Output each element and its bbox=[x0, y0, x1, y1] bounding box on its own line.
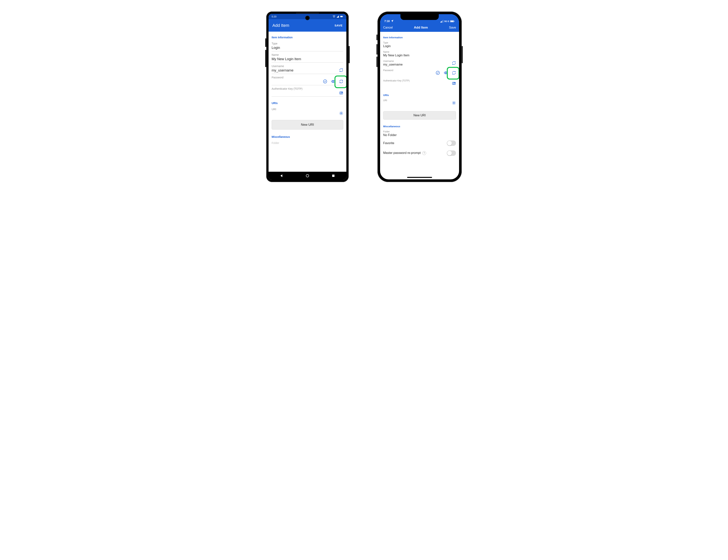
name-value: My New Login Item bbox=[272, 56, 343, 61]
ios-home-indicator[interactable] bbox=[407, 177, 432, 178]
name-label: Name bbox=[383, 51, 456, 53]
section-header-uris: URIs bbox=[383, 92, 456, 98]
folder-value: No Folder bbox=[383, 133, 456, 137]
folder-field[interactable]: Folder No Folder bbox=[383, 129, 456, 138]
network-label: 5G E bbox=[444, 20, 449, 22]
android-front-camera bbox=[305, 16, 310, 20]
ios-nav-bar: Cancel Add Item Save bbox=[380, 23, 459, 32]
ios-form: Item Information Type Login Name My New … bbox=[380, 32, 459, 179]
name-value: My New Login Item bbox=[383, 53, 456, 57]
battery-icon bbox=[340, 15, 343, 18]
svg-rect-17 bbox=[454, 21, 454, 22]
uri-field[interactable]: URI bbox=[272, 108, 343, 117]
signal-icon bbox=[336, 15, 339, 18]
totp-label: Authenticator Key (TOTP) bbox=[383, 79, 456, 82]
new-uri-button[interactable]: New URI bbox=[383, 111, 456, 120]
name-field[interactable]: Name My New Login Item bbox=[383, 49, 456, 58]
uri-label: URI bbox=[383, 99, 456, 102]
android-nav-bar bbox=[269, 172, 346, 180]
android-device-frame: 5:20 Add Item SAVE Item Information Type… bbox=[266, 11, 349, 182]
totp-value bbox=[383, 82, 456, 86]
section-header-item-info: Item Information bbox=[383, 34, 456, 40]
signal-bars-icon bbox=[440, 20, 444, 23]
android-volume-up-button bbox=[265, 38, 266, 47]
cancel-button[interactable]: Cancel bbox=[383, 26, 393, 29]
ios-silent-switch bbox=[376, 34, 377, 40]
status-time: 7:18 bbox=[384, 20, 390, 23]
reprompt-label: Master password re-prompt bbox=[383, 151, 421, 154]
username-label: Username bbox=[383, 60, 456, 62]
name-field[interactable]: Name My New Login Item bbox=[272, 53, 343, 63]
totp-value bbox=[272, 90, 343, 95]
totp-field[interactable]: Authenticator Key (TOTP) bbox=[383, 78, 456, 88]
reprompt-switch[interactable] bbox=[447, 150, 456, 156]
password-label: Password bbox=[272, 76, 343, 79]
name-label: Name bbox=[272, 53, 343, 56]
uri-value bbox=[383, 102, 456, 106]
save-button[interactable]: SAVE bbox=[334, 24, 343, 27]
reprompt-toggle-row[interactable]: Master password re-prompt ? bbox=[383, 148, 456, 158]
type-field[interactable]: Type Login bbox=[272, 42, 343, 51]
type-label: Type bbox=[272, 42, 343, 45]
scan-totp-camera-icon[interactable] bbox=[452, 81, 456, 85]
page-title: Add Item bbox=[272, 23, 289, 28]
uri-settings-icon[interactable] bbox=[339, 111, 343, 115]
type-label: Type bbox=[383, 41, 456, 44]
ios-power-button bbox=[462, 46, 463, 63]
username-value: my_username bbox=[272, 68, 343, 73]
svg-rect-16 bbox=[450, 21, 454, 22]
save-button[interactable]: Save bbox=[449, 26, 456, 29]
folder-field[interactable]: Folder bbox=[272, 141, 343, 146]
battery-icon bbox=[450, 20, 455, 22]
uri-field[interactable]: URI bbox=[383, 98, 456, 108]
android-speaker-grille bbox=[296, 13, 319, 13]
section-header-misc: Miscellaneous bbox=[383, 123, 456, 129]
android-volume-down-button bbox=[265, 50, 266, 67]
uri-label: URI bbox=[272, 108, 343, 111]
reprompt-help-icon[interactable]: ? bbox=[422, 151, 426, 155]
section-header-item-info: Item Information bbox=[272, 34, 343, 40]
ios-volume-down-button bbox=[376, 57, 377, 67]
totp-field[interactable]: Authenticator Key (TOTP) bbox=[272, 87, 343, 97]
uri-settings-icon[interactable] bbox=[452, 101, 456, 105]
nav-home-icon[interactable] bbox=[305, 174, 310, 178]
favorite-switch[interactable] bbox=[447, 140, 456, 146]
ios-volume-up-button bbox=[376, 44, 377, 55]
generate-username-icon[interactable] bbox=[339, 68, 343, 72]
status-time: 5:20 bbox=[272, 15, 276, 18]
wifi-icon bbox=[332, 15, 336, 18]
nav-recent-icon[interactable] bbox=[331, 174, 335, 178]
username-field[interactable]: Username my_username bbox=[272, 65, 343, 74]
folder-label: Folder bbox=[272, 141, 343, 145]
highlight-annotation-generate-password bbox=[334, 76, 346, 88]
password-field[interactable]: Password bbox=[272, 76, 343, 85]
ios-device-frame: 7:18 5G E Cancel Add Item Save bbox=[377, 11, 462, 182]
new-uri-button[interactable]: New URI bbox=[272, 120, 343, 130]
location-icon bbox=[391, 19, 394, 23]
password-field[interactable]: Password bbox=[383, 68, 456, 78]
highlight-annotation-generate-password bbox=[447, 67, 459, 80]
uri-value bbox=[272, 111, 343, 116]
android-power-button bbox=[349, 46, 350, 63]
totp-label: Authenticator Key (TOTP) bbox=[272, 87, 343, 90]
type-value: Login bbox=[272, 45, 343, 50]
favorite-label: Favorite bbox=[383, 141, 394, 145]
username-value: my_username bbox=[383, 62, 456, 66]
section-header-misc: Miscellaneous bbox=[272, 133, 343, 140]
android-form: Item Information Type Login Name My New … bbox=[269, 32, 346, 172]
android-app-bar: Add Item SAVE bbox=[269, 19, 346, 32]
generate-username-icon[interactable] bbox=[452, 61, 456, 65]
username-label: Username bbox=[272, 65, 343, 68]
page-title: Add Item bbox=[414, 26, 428, 30]
nav-back-icon[interactable] bbox=[279, 174, 284, 178]
section-header-uris: URIs bbox=[272, 100, 343, 106]
check-password-icon[interactable] bbox=[436, 71, 440, 75]
favorite-toggle-row[interactable]: Favorite bbox=[383, 138, 456, 148]
ios-notch bbox=[400, 14, 439, 20]
folder-label: Folder bbox=[383, 130, 456, 133]
scan-totp-camera-icon[interactable] bbox=[339, 91, 343, 95]
check-password-icon[interactable] bbox=[323, 79, 327, 84]
type-value: Login bbox=[383, 44, 456, 48]
username-field[interactable]: Username my_username bbox=[383, 58, 456, 68]
type-field[interactable]: Type Login bbox=[383, 40, 456, 49]
